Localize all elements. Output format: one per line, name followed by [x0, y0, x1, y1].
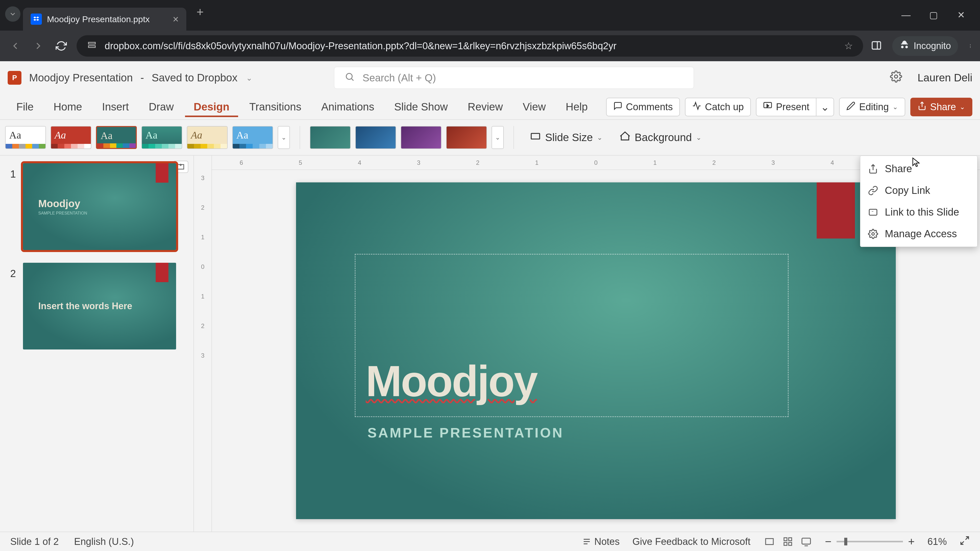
title-chevron-icon[interactable]: ⌄: [246, 73, 252, 83]
settings-gear-icon[interactable]: [890, 70, 902, 85]
document-name[interactable]: Moodjoy Presentation: [29, 72, 133, 84]
comments-button[interactable]: Comments: [606, 98, 680, 116]
present-button[interactable]: Present ⌄: [756, 98, 834, 116]
ruler-tick: 2: [455, 159, 500, 166]
search-tabs-button[interactable]: [5, 6, 21, 22]
svg-line-25: [966, 537, 969, 540]
chevron-down-icon: ⌄: [959, 103, 965, 111]
slide-subtitle-text[interactable]: SAMPLE PRESENTATION: [368, 425, 564, 441]
variant-swatch-1[interactable]: [310, 126, 351, 149]
tab-design[interactable]: Design: [185, 97, 238, 117]
slide-counter[interactable]: Slide 1 of 2: [10, 536, 59, 547]
accent-shape: [156, 163, 169, 183]
svg-marker-8: [767, 104, 769, 107]
svg-point-4: [346, 73, 352, 79]
normal-view-icon[interactable]: [763, 537, 776, 547]
slide-title-text[interactable]: Moodjoy: [366, 356, 778, 406]
theme-swatch-5[interactable]: Aa: [187, 126, 228, 149]
incognito-badge[interactable]: Incognito: [892, 36, 958, 56]
slide-thumbnails-panel: 1 Moodjoy SAMPLE PRESENTATION 2 Insert t…: [0, 156, 194, 532]
slide-size-button[interactable]: Slide Size ⌄: [524, 127, 609, 148]
powerpoint-logo-icon[interactable]: P: [8, 71, 21, 85]
url-box[interactable]: dropbox.com/scl/fi/ds8xk05ovlytyxnalh07u…: [76, 35, 863, 57]
variants-expand-button[interactable]: ⌄: [492, 126, 504, 149]
toolbar-separator: [514, 126, 514, 149]
site-info-icon[interactable]: [87, 40, 97, 52]
search-input[interactable]: Search (Alt + Q): [334, 67, 694, 89]
catch-up-button[interactable]: Catch up: [685, 98, 751, 116]
slide-thumbnail-1[interactable]: Moodjoy SAMPLE PRESENTATION: [23, 163, 176, 250]
zoom-level[interactable]: 61%: [928, 536, 947, 547]
slide-accent-shape[interactable]: [817, 183, 855, 238]
tab-insert[interactable]: Insert: [94, 97, 138, 117]
theme-swatch-4[interactable]: Aa: [142, 126, 182, 149]
accent-shape: [156, 263, 169, 282]
browser-tab[interactable]: Moodjoy Presentation.pptx ×: [23, 8, 186, 30]
tab-help[interactable]: Help: [557, 97, 597, 117]
theme-swatch-2[interactable]: Aa: [51, 126, 91, 149]
close-tab-button[interactable]: ×: [173, 14, 179, 25]
side-panel-icon[interactable]: [871, 40, 882, 52]
zoom-in-button[interactable]: +: [908, 535, 915, 548]
maximize-button[interactable]: ▢: [928, 10, 940, 21]
sorter-view-icon[interactable]: [782, 537, 794, 547]
back-button[interactable]: [8, 38, 23, 54]
bookmark-icon[interactable]: ☆: [844, 40, 853, 52]
tab-animations[interactable]: Animations: [313, 97, 383, 117]
dropbox-icon: [30, 14, 42, 25]
tab-slide-show[interactable]: Slide Show: [385, 97, 456, 117]
theme-swatch-6[interactable]: Aa: [232, 126, 273, 149]
background-icon: [619, 130, 631, 144]
activity-icon: [692, 101, 701, 113]
fit-to-window-icon[interactable]: [959, 535, 970, 548]
present-chevron[interactable]: ⌄: [816, 98, 834, 116]
tab-transitions[interactable]: Transitions: [241, 97, 310, 117]
slide-canvas[interactable]: Moodjoy SAMPLE PRESENTATION: [296, 183, 896, 519]
present-icon: [763, 101, 772, 113]
notes-toggle[interactable]: Notes: [582, 536, 620, 547]
reading-view-icon[interactable]: [800, 537, 812, 547]
ribbon-right: Comments Catch up Present ⌄ Editing ⌄: [606, 98, 972, 116]
feedback-link[interactable]: Give Feedback to Microsoft: [632, 536, 751, 547]
ruler-tick: 2: [201, 193, 204, 222]
tab-view[interactable]: View: [514, 97, 554, 117]
share-menu-manage-access[interactable]: Manage Access: [860, 223, 977, 245]
slide-thumbnail-2[interactable]: Insert the words Here: [23, 263, 176, 349]
thumb-number: 2: [10, 263, 18, 279]
vertical-ruler: 3 2 1 0 1 2 3: [194, 156, 212, 532]
new-tab-button[interactable]: +: [197, 5, 204, 19]
variant-swatch-4[interactable]: [446, 126, 487, 149]
share-menu-copy-link[interactable]: Copy Link: [860, 179, 977, 201]
pencil-icon: [846, 101, 856, 113]
reload-button[interactable]: [54, 38, 69, 54]
chevron-down-icon: ⌄: [892, 103, 898, 111]
tab-home[interactable]: Home: [45, 97, 91, 117]
tab-file[interactable]: File: [8, 97, 42, 117]
mouse-cursor-icon: [911, 157, 921, 170]
browser-menu-icon[interactable]: ⋮: [968, 44, 972, 48]
zoom-out-button[interactable]: −: [825, 535, 832, 548]
thumb-subtitle: SAMPLE PRESENTATION: [38, 211, 176, 216]
background-button[interactable]: Background ⌄: [613, 127, 708, 148]
tab-review[interactable]: Review: [459, 97, 512, 117]
window-controls: — ▢ ✕: [900, 10, 980, 30]
theme-swatch-1[interactable]: Aa: [5, 126, 46, 149]
title-bar-right: Lauren Deli: [890, 70, 972, 85]
ruler-tick: 0: [573, 159, 618, 166]
minimize-button[interactable]: —: [900, 10, 912, 21]
theme-swatch-selected[interactable]: Aa: [96, 126, 137, 149]
language-status[interactable]: English (U.S.): [74, 536, 134, 547]
title-text-frame[interactable]: Moodjoy: [355, 254, 789, 417]
share-menu-link-to-slide[interactable]: Link to this Slide: [860, 201, 977, 223]
user-name[interactable]: Lauren Deli: [918, 72, 972, 84]
variant-swatch-3[interactable]: [401, 126, 442, 149]
variant-swatch-2[interactable]: [355, 126, 396, 149]
close-window-button[interactable]: ✕: [955, 10, 967, 21]
editing-mode-button[interactable]: Editing ⌄: [839, 98, 905, 116]
zoom-slider-track[interactable]: [837, 541, 903, 542]
zoom-slider-thumb[interactable]: [844, 538, 847, 545]
share-button[interactable]: Share ⌄: [910, 98, 972, 116]
tab-draw[interactable]: Draw: [140, 97, 183, 117]
themes-expand-button[interactable]: ⌄: [278, 126, 290, 149]
share-menu-label: Manage Access: [885, 228, 957, 240]
